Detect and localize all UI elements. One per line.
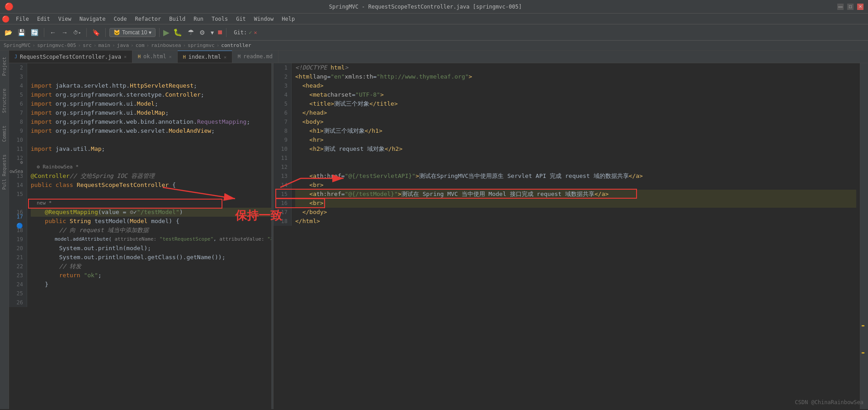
title-bar: 🔴 SpringMVC - RequestScopeTestController… <box>0 0 868 14</box>
menu-git[interactable]: Git <box>232 15 250 23</box>
html-line-13: <a th:href="@{/testServletAPI}">测试在Sprin… <box>295 172 856 181</box>
git-status: Git: ✓ ✕ <box>234 29 257 36</box>
menu-window[interactable]: Window <box>250 15 277 23</box>
menu-refactor[interactable]: Refactor <box>131 15 165 23</box>
html-line-14: <br> <box>295 181 856 190</box>
title-bar-controls[interactable]: — □ ✕ <box>837 4 863 10</box>
right-code-content: 1 2 3 4 5 6 7 8 9 10 11 12 13 14 <box>274 63 860 226</box>
code-line-25 <box>31 289 271 298</box>
tab-index-html[interactable]: H index.html ✕ <box>178 51 232 63</box>
editors-area: J RequestScopeTestController.java ✕ H ok… <box>9 51 868 409</box>
code-line-26 <box>31 298 271 307</box>
code-line-23: return "ok"; <box>31 271 271 280</box>
git-label: Git: <box>234 29 247 36</box>
breadcrumb-part-2[interactable]: src <box>83 42 92 48</box>
save-button[interactable]: 💾 <box>16 28 27 37</box>
project-tab[interactable]: Project <box>1 55 8 78</box>
code-line-7: import org.springframework.ui.ModelMap; <box>31 108 271 117</box>
code-line-18: // 向 request 域当中添加数据 <box>31 226 271 235</box>
breadcrumb-part-3[interactable]: main <box>98 42 110 48</box>
breadcrumb-part-1[interactable]: springmvc-005 <box>37 42 76 48</box>
right-code-lines: <!DOCTYPE html> <html lang="en" xmlns:th… <box>292 63 860 226</box>
code-line-8: import org.springframework.web.bind.anno… <box>31 117 271 126</box>
code-line-4: import jakarta.servlet.http.HttpServletR… <box>31 81 271 90</box>
forward-button[interactable]: → <box>60 28 70 37</box>
tomcat-config-button[interactable]: 🐱 Tomcat 10 ▾ <box>109 28 156 37</box>
breadcrumb-part-7[interactable]: springmvc <box>188 42 215 48</box>
code-line-9: import org.springframework.web.servlet.M… <box>31 126 271 135</box>
close-button[interactable]: ✕ <box>857 4 863 10</box>
right-editor[interactable]: 1 2 3 4 5 6 7 8 9 10 11 12 13 14 <box>273 63 860 409</box>
menu-edit[interactable]: Edit <box>33 15 54 23</box>
html-line-18: </html> <box>295 217 856 226</box>
code-line-24: } <box>31 280 271 289</box>
menu-navigate[interactable]: Navigate <box>76 15 109 23</box>
breadcrumb-part-6[interactable]: rainbowsea <box>151 42 181 48</box>
html-line-17: </body> <box>295 208 856 217</box>
open-button[interactable]: 📂 <box>3 28 14 37</box>
main-layout: Project Structure Commit Pull Requests J… <box>0 51 868 409</box>
separator-4 <box>159 28 160 37</box>
right-structure-panel <box>860 63 868 409</box>
code-line-5: import org.springframework.stereotype.Co… <box>31 90 271 99</box>
menu-run[interactable]: Run <box>190 15 207 23</box>
menu-tools[interactable]: Tools <box>208 15 231 23</box>
java-icon: J <box>14 54 17 59</box>
separator-3 <box>105 28 106 37</box>
tab-controller[interactable]: J RequestScopeTestController.java ✕ <box>9 51 132 63</box>
structure-tab[interactable]: Structure <box>1 87 8 115</box>
html-line-11 <box>295 154 856 163</box>
code-line-12 <box>31 154 271 163</box>
tab-ok-html[interactable]: H ok.html ✕ <box>132 51 178 63</box>
breadcrumb-part-8[interactable]: controller <box>221 42 251 48</box>
bookmark-button[interactable]: 🔖 <box>90 28 102 37</box>
md-icon: M <box>238 54 241 59</box>
code-line-17: public String testModel(Model model) { <box>31 217 271 226</box>
app-icon: 🔴 <box>5 2 14 11</box>
breadcrumb-part-0[interactable]: SpringMVC <box>4 42 31 48</box>
html-icon-2: H <box>183 55 186 60</box>
run-button[interactable]: ▶ <box>163 28 170 37</box>
coverage-button[interactable]: ☂ <box>186 27 196 37</box>
menu-view[interactable]: View <box>55 15 75 23</box>
tab-index-close[interactable]: ✕ <box>224 55 226 60</box>
code-line-11: import java.util.Map; <box>31 144 271 154</box>
tab-controller-label: RequestScopeTestController.java <box>20 54 121 60</box>
debug-button[interactable]: 🐛 <box>171 27 184 37</box>
menu-help[interactable]: Help <box>278 15 298 23</box>
commit-tab[interactable]: Commit <box>1 124 8 144</box>
menu-bar: 🔴 File Edit View Navigate Code Refactor … <box>0 14 868 24</box>
code-line-21: System.out.println(model.getClass().getN… <box>31 253 271 262</box>
tab-bar: J RequestScopeTestController.java ✕ H ok… <box>9 51 868 63</box>
maximize-button[interactable]: □ <box>847 4 854 10</box>
menu-file[interactable]: File <box>12 15 33 23</box>
profile-button[interactable]: ⚙ <box>198 28 207 37</box>
left-editor[interactable]: 2 3 4 5 6 7 8 9 10 11 12 ⚙ RainbowSea 13… <box>9 63 271 409</box>
tab-controller-close[interactable]: ✕ <box>124 54 127 59</box>
more-run-button[interactable]: ▾ <box>209 28 216 37</box>
tab-readme-label: readme.md <box>243 53 273 60</box>
breadcrumb-part-5[interactable]: com <box>136 42 145 48</box>
separator-2 <box>86 28 87 37</box>
code-line-new: new * <box>31 199 271 208</box>
code-line-22: // 转发 <box>31 262 271 271</box>
menu-build[interactable]: Build <box>165 15 189 23</box>
html-line-8: <h1>测试三个域对象</h1> <box>295 126 856 135</box>
minimize-button[interactable]: — <box>837 4 844 10</box>
html-icon-1: H <box>138 54 141 59</box>
html-line-12 <box>295 163 856 172</box>
tab-readme[interactable]: M readme.md <box>232 51 278 63</box>
menu-code[interactable]: Code <box>110 15 131 23</box>
stop-button[interactable]: ■ <box>217 28 222 37</box>
left-line-numbers: 2 3 4 5 6 7 8 9 10 11 12 ⚙ RainbowSea 13… <box>9 63 27 307</box>
sync-button[interactable]: 🔄 <box>29 28 40 37</box>
pull-requests-tab[interactable]: Pull Requests <box>1 153 8 191</box>
html-line-7: <body> <box>295 117 856 126</box>
history-button[interactable]: ⏱▾ <box>71 29 83 36</box>
tab-ok-close[interactable]: ✕ <box>169 54 172 59</box>
git-check-icon: ✓ <box>249 29 252 36</box>
tomcat-label: Tomcat 10 <box>122 29 147 36</box>
breadcrumb-part-4[interactable]: java <box>117 42 129 48</box>
back-button[interactable]: ← <box>48 28 58 37</box>
tab-index-label: index.html <box>189 54 221 60</box>
